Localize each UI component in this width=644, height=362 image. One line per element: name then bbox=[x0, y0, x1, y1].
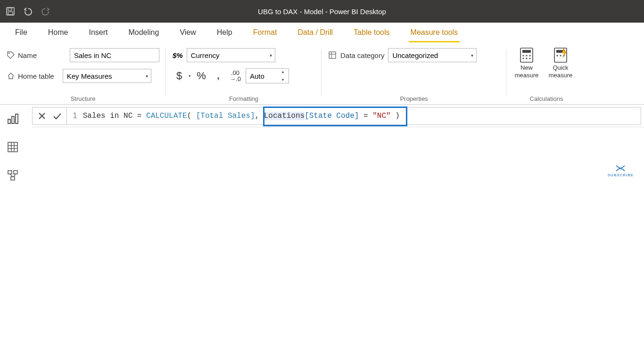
svg-rect-22 bbox=[16, 114, 18, 123]
ribbon-tabs: File Home Insert Modeling View Help Form… bbox=[0, 23, 644, 42]
tab-file[interactable]: File bbox=[5, 23, 38, 42]
currency-format-button[interactable]: $ bbox=[173, 68, 186, 83]
new-measure-button[interactable]: New measure bbox=[513, 47, 540, 80]
close-icon bbox=[38, 112, 46, 120]
model-view-button[interactable] bbox=[4, 167, 21, 184]
svg-point-13 bbox=[526, 58, 527, 59]
check-icon bbox=[52, 112, 62, 120]
view-rail bbox=[0, 105, 25, 184]
svg-point-10 bbox=[526, 55, 527, 56]
svg-rect-20 bbox=[8, 119, 10, 123]
tab-insert[interactable]: Insert bbox=[78, 23, 118, 42]
tab-modeling[interactable]: Modeling bbox=[118, 23, 169, 42]
svg-point-18 bbox=[560, 55, 561, 56]
svg-rect-30 bbox=[11, 177, 15, 180]
cancel-formula-button[interactable] bbox=[35, 109, 49, 123]
format-dropdown[interactable]: Currency ▾ bbox=[187, 48, 275, 62]
svg-rect-0 bbox=[7, 8, 14, 15]
tab-data-drill[interactable]: Data / Drill bbox=[287, 23, 343, 42]
subscribe-badge: SUBSCRIBE bbox=[608, 165, 634, 177]
svg-point-17 bbox=[556, 55, 558, 56]
svg-rect-2 bbox=[8, 12, 13, 15]
data-view-icon bbox=[7, 141, 19, 153]
ribbon: Name Home table Key Measures ▾ Structure bbox=[0, 42, 644, 105]
tab-help[interactable]: Help bbox=[206, 23, 243, 42]
home-table-label: Home table bbox=[7, 72, 54, 80]
measure-name-input[interactable] bbox=[70, 48, 159, 62]
name-label: Name bbox=[7, 51, 37, 59]
svg-rect-23 bbox=[8, 142, 17, 152]
svg-rect-4 bbox=[329, 52, 336, 58]
model-view-icon bbox=[7, 169, 19, 181]
formula-bar: 1 Sales in NC = CALCULATE( [Total Sales]… bbox=[32, 105, 644, 127]
stepper-icon[interactable]: ▲▼ bbox=[281, 70, 288, 82]
save-icon[interactable] bbox=[6, 7, 15, 16]
commit-formula-button[interactable] bbox=[50, 109, 64, 123]
calculator-icon bbox=[519, 47, 535, 63]
chevron-down-icon: ▾ bbox=[189, 74, 191, 78]
group-label-formatting: Formatting bbox=[166, 95, 322, 102]
data-view-button[interactable] bbox=[4, 139, 21, 156]
svg-line-31 bbox=[10, 174, 13, 177]
decimal-format-button[interactable]: .00→.0 bbox=[229, 68, 242, 83]
tab-view[interactable]: View bbox=[169, 23, 206, 42]
svg-rect-21 bbox=[12, 116, 14, 123]
svg-rect-8 bbox=[522, 50, 531, 53]
chevron-down-icon: ▾ bbox=[471, 53, 473, 58]
group-label-calculations: Calculations bbox=[506, 95, 586, 102]
line-number: 1 bbox=[73, 111, 77, 120]
title-bar: UBG to DAX - Model - Power BI Desktop bbox=[0, 0, 644, 23]
home-table-dropdown[interactable]: Key Measures ▾ bbox=[63, 69, 151, 83]
decimal-places-input[interactable]: Auto ▲▼ bbox=[246, 68, 289, 83]
tab-format[interactable]: Format bbox=[243, 23, 288, 42]
chevron-down-icon: ▾ bbox=[146, 74, 148, 79]
report-view-button[interactable] bbox=[4, 110, 21, 127]
data-category-dropdown[interactable]: Uncategorized ▾ bbox=[388, 48, 477, 62]
percent-format-button[interactable]: % bbox=[195, 68, 208, 83]
window-title: UBG to DAX - Model - Power BI Desktop bbox=[0, 8, 644, 16]
quick-measure-button[interactable]: Quick measure bbox=[547, 47, 574, 80]
svg-rect-1 bbox=[8, 8, 12, 10]
svg-point-3 bbox=[8, 53, 9, 54]
redo-icon[interactable] bbox=[41, 7, 51, 16]
svg-point-9 bbox=[522, 55, 524, 56]
tab-table-tools[interactable]: Table tools bbox=[343, 23, 400, 42]
tab-home[interactable]: Home bbox=[38, 23, 79, 42]
home-icon bbox=[7, 72, 15, 80]
svg-rect-29 bbox=[14, 171, 17, 174]
svg-point-12 bbox=[522, 58, 524, 59]
format-prefix-icon: $% bbox=[173, 51, 183, 59]
dna-icon bbox=[615, 165, 626, 172]
thousands-separator-button[interactable]: , bbox=[212, 68, 225, 83]
tag-icon bbox=[7, 51, 15, 59]
tab-measure-tools[interactable]: Measure tools bbox=[400, 23, 469, 42]
formula-input[interactable]: 1 Sales in NC = CALCULATE( [Total Sales]… bbox=[67, 107, 641, 125]
data-category-label: Data category bbox=[340, 51, 384, 59]
undo-icon[interactable] bbox=[23, 7, 33, 16]
group-label-structure: Structure bbox=[0, 95, 166, 102]
chevron-down-icon: ▾ bbox=[270, 53, 272, 58]
svg-rect-28 bbox=[8, 171, 12, 174]
svg-point-14 bbox=[529, 58, 530, 59]
svg-point-11 bbox=[529, 55, 530, 56]
category-icon bbox=[328, 51, 337, 59]
quick-measure-icon bbox=[553, 47, 569, 63]
report-view-icon bbox=[7, 113, 19, 125]
group-label-properties: Properties bbox=[322, 95, 506, 102]
svg-line-32 bbox=[14, 174, 16, 177]
report-canvas[interactable]: Product Name Total Sales Sales in NC Pro… bbox=[25, 127, 644, 184]
